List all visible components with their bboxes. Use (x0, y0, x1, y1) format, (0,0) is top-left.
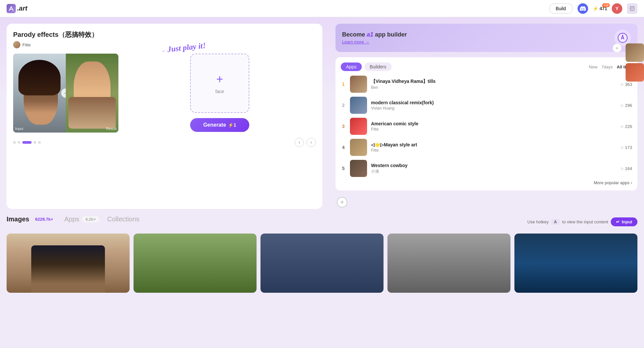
filter-new[interactable]: New (589, 64, 597, 69)
dot-4[interactable] (34, 141, 36, 144)
generate-button[interactable]: Generate ⚡1 (190, 118, 249, 132)
app-name-2: modern classical remix(fork) (371, 100, 617, 105)
logo[interactable]: .art (7, 4, 27, 13)
app-rank-2: 2 (341, 103, 346, 108)
images-badge: 6229.7k+ (32, 216, 57, 222)
upload-box[interactable]: + face (190, 54, 249, 113)
app-name-4: ◁🌟▷Mayan style art (371, 142, 617, 147)
tab-builders[interactable]: Builders (364, 62, 392, 71)
generate-cost: ⚡1 (228, 122, 236, 128)
builder-title: Become a1 app builder (342, 31, 407, 38)
app-item[interactable]: 2 modern classical remix(fork) Vivian Hu… (341, 97, 632, 114)
app-thumb-4 (350, 139, 367, 156)
top-nav: .art Build +10 ⚡ 471 Y (0, 0, 644, 17)
app-info-2: modern classical remix(fork) Vivian Huan… (371, 100, 617, 111)
bottom-tab-images[interactable]: Images 6229.7k+ (7, 215, 57, 223)
more-apps-link[interactable]: More popular apps › (341, 180, 632, 185)
plus-section: + (335, 196, 637, 209)
app-info-1: 【Vinaya Vidheya Rama】tills Ben (371, 79, 617, 90)
app-thumb-5 (350, 160, 367, 177)
filter-7days[interactable]: 7days (601, 64, 613, 69)
app-author-3: Fitte (371, 127, 617, 132)
app-count-3: ▷ 226 (621, 124, 632, 129)
upload-area: + face Generate ⚡1 (124, 54, 316, 132)
side-thumb-1[interactable] (626, 43, 644, 62)
hotkey-suffix: to view the input content (562, 219, 608, 224)
dot-5[interactable] (38, 141, 41, 144)
app-info-3: American comic style Fitte (371, 121, 617, 132)
app-author-2: Vivian Huang (371, 106, 617, 111)
grid-image-1[interactable] (7, 234, 130, 293)
input-button[interactable]: ↵ Input (611, 217, 637, 226)
app-count-4: ▷ 173 (621, 145, 632, 150)
build-button[interactable]: Build (549, 4, 573, 13)
app-author-5: 小满 (371, 169, 617, 174)
app-item[interactable]: 1 【Vinaya Vidheya Rama】tills Ben ▷ 363 (341, 76, 632, 93)
app-author-1: Ben (371, 85, 617, 90)
hotkey-row: Use hotkey A to view the input content ↵… (527, 217, 637, 226)
tabs-row: Apps Builders New 7days All time (341, 62, 632, 71)
collapse-button[interactable]: « (612, 43, 622, 53)
app-info-5: Western cowboy 小满 (371, 163, 617, 174)
bottom-tabs: Images 6229.7k+ Apps 4.2k+ Collections (7, 215, 139, 223)
bottom-tab-collections[interactable]: Collections (107, 215, 139, 223)
discord-icon[interactable] (578, 3, 588, 14)
app-count-2: ▷ 296 (621, 103, 632, 108)
hotkey-prefix: Use hotkey (527, 219, 549, 224)
app-rank-1: 1 (341, 82, 346, 87)
app-thumb-3 (350, 118, 367, 135)
carousel-arrows: ‹ › (295, 138, 316, 147)
lightning-symbol: ⚡ (593, 6, 598, 11)
dots-group (13, 141, 41, 144)
play-icon-5: ▷ (621, 166, 624, 171)
lightning-badge[interactable]: +10 ⚡ 471 (593, 6, 607, 11)
dot-1[interactable] (13, 141, 16, 144)
user-avatar[interactable]: Y (612, 3, 622, 14)
svg-rect-0 (630, 7, 634, 11)
tab-and-hotkey: Images 6229.7k+ Apps 4.2k+ Collections U… (7, 215, 637, 228)
app-item[interactable]: 3 American comic style Fitte ▷ 226 (341, 118, 632, 135)
dot-2[interactable] (18, 141, 20, 144)
dot-3-active[interactable] (22, 141, 32, 144)
app-item[interactable]: 4 ◁🌟▷Mayan style art Fitte ▷ 173 (341, 139, 632, 156)
notification-icon[interactable] (627, 3, 637, 14)
nav-right: Build +10 ⚡ 471 Y (549, 3, 638, 14)
right-panel: Become a1 app builder Learn more → Apps … (335, 24, 637, 209)
app-name-3: American comic style (371, 121, 617, 126)
grid-image-2[interactable] (134, 234, 257, 293)
builder-learn-more[interactable]: Learn more → (342, 39, 407, 44)
app-thumb-1 (350, 76, 367, 93)
apps-badge: 4.2k+ (82, 216, 99, 222)
popular-section: Apps Builders New 7days All time 1 (335, 57, 637, 190)
app-rank-5: 5 (341, 166, 346, 171)
result-label: Result (106, 127, 116, 131)
app-name-5: Western cowboy (371, 163, 617, 168)
play-icon-3: ▷ (621, 124, 624, 129)
input-icon: ↵ (616, 219, 620, 224)
badge-plus-label: +10 (602, 3, 610, 7)
prev-arrow[interactable]: ‹ (295, 138, 304, 147)
input-image: Input (13, 54, 66, 133)
next-arrow[interactable]: › (307, 138, 316, 147)
card-body: Input → Result + face (13, 54, 316, 133)
add-section-button[interactable]: + (337, 197, 347, 208)
grid-image-5[interactable] (514, 234, 637, 293)
side-thumb-2[interactable] (626, 63, 644, 82)
image-preview: Input → Result (13, 54, 118, 133)
app-info-4: ◁🌟▷Mayan style art Fitte (371, 142, 617, 153)
tab-apps[interactable]: Apps (341, 62, 362, 71)
builder-text: Become a1 app builder Learn more → (342, 31, 407, 44)
feature-card: Parody effects（恶搞特效） Fitte Input → (7, 24, 322, 209)
author-avatar-img (13, 41, 20, 48)
app-item[interactable]: 5 Western cowboy 小满 ▷ 164 (341, 160, 632, 177)
play-icon-2: ▷ (621, 103, 624, 108)
logo-text: .art (17, 5, 27, 12)
grid-image-4[interactable] (387, 234, 510, 293)
generate-label: Generate (203, 122, 226, 128)
app-list: 1 【Vinaya Vidheya Rama】tills Ben ▷ 363 (341, 76, 632, 177)
bottom-tab-apps[interactable]: Apps 4.2k+ (64, 215, 100, 223)
app-author-4: Fitte (371, 148, 617, 153)
app-count-1: ▷ 363 (621, 82, 632, 87)
grid-image-3[interactable] (260, 234, 384, 293)
tabs-left: Apps Builders (341, 62, 392, 71)
